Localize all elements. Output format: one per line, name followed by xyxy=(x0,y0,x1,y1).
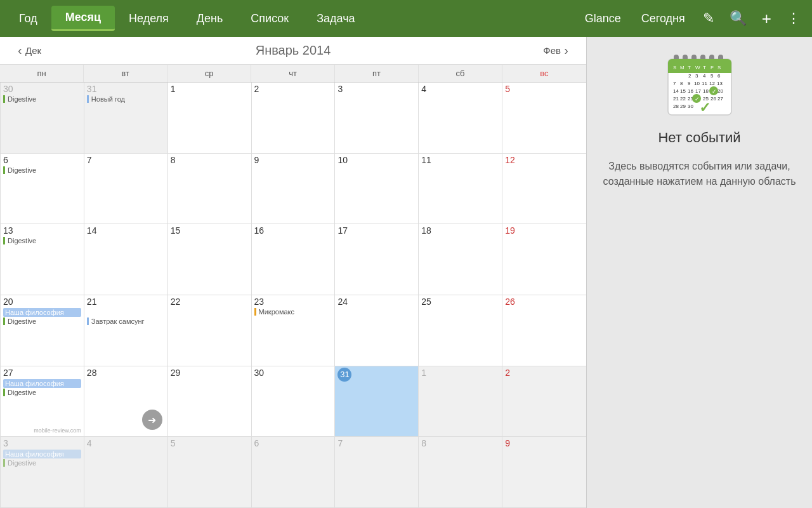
header-tue: вт xyxy=(84,65,167,82)
svg-text:10: 10 xyxy=(694,81,700,86)
svg-text:30: 30 xyxy=(688,104,693,109)
cell-feb-4[interactable]: 4 xyxy=(84,437,168,508)
tab-week[interactable]: Неделя xyxy=(115,7,183,30)
svg-text:W: W xyxy=(695,65,700,70)
cell-jan-12[interactable]: 12 xyxy=(502,154,586,225)
cell-jan-29[interactable]: 29 xyxy=(168,366,252,438)
day-headers: пн вт ср чт пт сб вс xyxy=(0,65,586,83)
cell-jan-4[interactable]: 4 xyxy=(419,83,502,154)
cell-feb-9[interactable]: 9 xyxy=(502,437,586,508)
svg-text:S: S xyxy=(673,65,676,70)
svg-text:4: 4 xyxy=(703,73,706,79)
cell-feb-5[interactable]: 5 xyxy=(168,437,252,508)
glance-button[interactable]: Glance xyxy=(576,8,630,29)
svg-text:14: 14 xyxy=(673,88,679,94)
cell-jan-2[interactable]: 2 xyxy=(252,83,336,154)
header-fri: пт xyxy=(335,65,419,82)
cell-jan-22[interactable]: 22 xyxy=(168,295,252,366)
cell-jan-28[interactable]: 28 x ➜ xyxy=(84,366,168,438)
cell-feb-6[interactable]: 6 xyxy=(252,437,336,508)
svg-text:22: 22 xyxy=(680,96,686,102)
svg-text:26: 26 xyxy=(710,96,716,102)
tab-day[interactable]: День xyxy=(183,7,237,30)
cell-jan-13[interactable]: 13 Digestive xyxy=(1,224,84,295)
cell-jan-27[interactable]: 27 Наша философия Digestive mobile-revie… xyxy=(1,366,84,438)
tab-task[interactable]: Задача xyxy=(303,7,369,30)
svg-text:T: T xyxy=(688,65,691,70)
svg-text:20: 20 xyxy=(717,88,723,94)
svg-text:12: 12 xyxy=(709,81,715,86)
svg-text:29: 29 xyxy=(680,104,686,109)
header-sat: сб xyxy=(419,65,502,82)
tab-month[interactable]: Месяц xyxy=(51,6,115,31)
header-thu: чт xyxy=(251,65,335,82)
cell-jan-9[interactable]: 9 xyxy=(252,154,336,225)
svg-text:18: 18 xyxy=(703,88,709,94)
header-mon: пн xyxy=(0,65,84,82)
cell-dec-31[interactable]: 31 Новый год xyxy=(84,83,168,154)
svg-text:27: 27 xyxy=(717,96,723,102)
edit-icon[interactable]: ✎ xyxy=(697,6,721,30)
cell-jan-7[interactable]: 7 xyxy=(84,154,168,225)
svg-text:3: 3 xyxy=(695,73,698,79)
right-panel: S M T W T F S 2 3 4 5 6 7 8 9 10 11 12 xyxy=(587,37,812,508)
mini-calendar-icon: S M T W T F S 2 3 4 5 6 7 8 9 10 11 12 xyxy=(665,50,735,122)
cell-jan-25[interactable]: 25 xyxy=(419,295,502,366)
cell-jan-8[interactable]: 8 xyxy=(168,154,252,225)
prev-month-label[interactable]: Дек xyxy=(25,45,41,56)
cell-jan-17[interactable]: 17 xyxy=(335,224,419,295)
svg-text:F: F xyxy=(710,65,714,70)
cell-jan-20[interactable]: 20 Наша философия Digestive xyxy=(1,295,84,366)
svg-text:8: 8 xyxy=(680,81,683,86)
cell-jan-19[interactable]: 19 xyxy=(502,224,586,295)
search-icon[interactable]: 🔍 xyxy=(723,6,753,30)
cell-jan-15[interactable]: 15 xyxy=(168,224,252,295)
calendar-panel: ‹ Дек Январь 2014 Фев › пн вт ср чт пт с… xyxy=(0,37,587,508)
svg-text:2: 2 xyxy=(688,73,691,79)
month-header: ‹ Дек Январь 2014 Фев › xyxy=(0,37,586,65)
cell-jan-5[interactable]: 5 xyxy=(502,83,586,154)
cell-feb-2[interactable]: 2 xyxy=(502,366,586,438)
svg-text:7: 7 xyxy=(673,81,676,86)
add-icon[interactable]: + xyxy=(756,5,778,32)
cell-jan-10[interactable]: 10 xyxy=(335,154,419,225)
cell-jan-14[interactable]: 14 xyxy=(84,224,168,295)
cell-jan-6[interactable]: 6 Digestive xyxy=(1,154,84,225)
more-icon[interactable]: ⋮ xyxy=(780,6,807,30)
svg-text:T: T xyxy=(703,65,706,70)
header-sun: вс xyxy=(502,65,586,82)
cell-jan-1[interactable]: 1 xyxy=(168,83,252,154)
svg-text:13: 13 xyxy=(717,81,723,86)
cell-feb-8[interactable]: 8 xyxy=(419,437,502,508)
cell-feb-3[interactable]: 3 Наша философия Digestive xyxy=(1,437,84,508)
svg-text:5: 5 xyxy=(710,73,714,79)
cell-jan-26[interactable]: 26 xyxy=(502,295,586,366)
month-title: Январь 2014 xyxy=(256,43,331,58)
cell-jan-31[interactable]: 31 xyxy=(335,366,419,438)
cell-jan-21[interactable]: 21 x Завтрак самсунг xyxy=(84,295,168,366)
svg-text:28: 28 xyxy=(673,104,679,109)
svg-text:✓: ✓ xyxy=(699,100,710,116)
next-month-button[interactable]: › xyxy=(556,41,576,60)
cell-jan-18[interactable]: 18 xyxy=(419,224,502,295)
cell-jan-30[interactable]: 30 xyxy=(252,366,336,438)
top-navigation: Год Месяц Неделя День Список Задача Glan… xyxy=(0,0,812,37)
tab-year[interactable]: Год xyxy=(5,7,51,30)
today-button[interactable]: Сегодня xyxy=(632,8,694,29)
cell-jan-16[interactable]: 16 xyxy=(252,224,336,295)
main-content: ‹ Дек Январь 2014 Фев › пн вт ср чт пт с… xyxy=(0,37,812,508)
cell-feb-1[interactable]: 1 xyxy=(419,366,502,438)
cell-jan-3[interactable]: 3 xyxy=(335,83,419,154)
svg-text:17: 17 xyxy=(695,88,701,94)
cell-jan-24[interactable]: 24 xyxy=(335,295,419,366)
cell-dec-30[interactable]: 30 Digestive xyxy=(1,83,84,154)
tab-list[interactable]: Список xyxy=(237,7,303,30)
svg-text:6: 6 xyxy=(717,73,721,79)
svg-text:11: 11 xyxy=(702,81,707,86)
calendar-grid: 30 Digestive 31 Новый год 1 2 3 4 5 xyxy=(0,83,586,508)
svg-text:M: M xyxy=(680,65,684,70)
cell-jan-11[interactable]: 11 xyxy=(419,154,502,225)
cell-jan-23[interactable]: 23 Микромакс xyxy=(252,295,336,366)
cell-feb-7[interactable]: 7 xyxy=(335,437,419,508)
no-events-description: Здесь выводятся события или задачи, созд… xyxy=(597,159,802,189)
